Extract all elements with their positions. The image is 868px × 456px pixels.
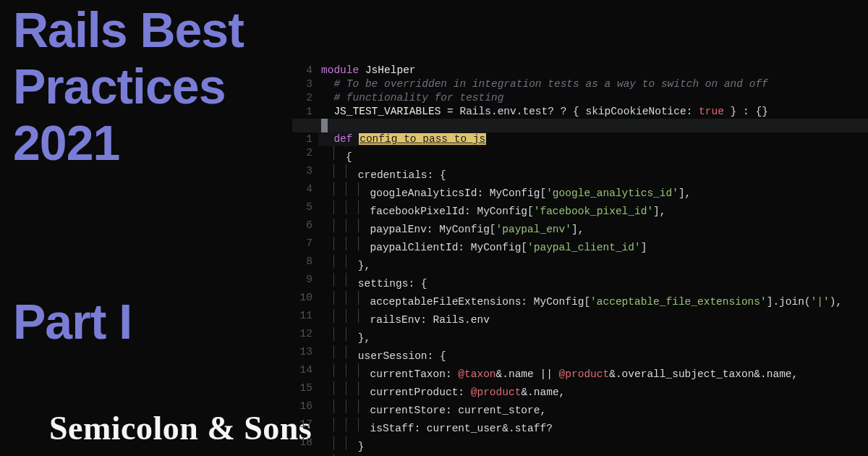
code-line: 1 JS_TEST_VARIABLES = Rails.env.test? ? … — [292, 105, 868, 119]
line-number: 1 — [292, 105, 321, 119]
line-number: 18 — [292, 436, 321, 454]
brand-name: Semicolon & Sons — [49, 409, 312, 447]
line-number: 17 — [292, 418, 321, 436]
line-number: 7 — [292, 237, 321, 255]
line-number: 4 — [292, 182, 321, 200]
line-number: 6 — [292, 219, 321, 237]
code-line: 3 # To be overridden in integration test… — [292, 77, 868, 91]
code-line: 7 paypalClientId: MyConfig['paypal_clien… — [292, 237, 868, 255]
code-line: 9 settings: { — [292, 273, 868, 291]
line-number: 13 — [292, 345, 321, 363]
line-number: 2 — [292, 91, 321, 105]
code-line: 12 }, — [292, 327, 868, 345]
code-line: 15 currentProduct: @product&.name, — [292, 381, 868, 400]
code-line: 11 railsEnv: Rails.env — [292, 309, 868, 327]
code-line: 16 currentStore: current_store, — [292, 400, 868, 418]
part-subtitle: Part I — [13, 293, 132, 350]
code-line: 2 # functionality for testing — [292, 91, 868, 105]
line-number: 11 — [292, 309, 321, 327]
line-number: 10 — [292, 291, 321, 309]
code-line: 10 acceptableFileExtensions: MyConfig['a… — [292, 291, 868, 309]
code-line: 1 def config_to_pass_to_js — [292, 132, 868, 146]
line-number: 3 — [292, 164, 321, 182]
code-line: 18 } — [292, 436, 868, 454]
code-line: 13 userSession: { — [292, 345, 868, 363]
code-line: 3 credentials: { — [292, 164, 868, 182]
line-number: 5 — [292, 200, 321, 219]
method-name-highlight: config_to_pass_to_js — [359, 133, 486, 145]
line-number — [292, 119, 321, 132]
title-line-3: 2021 — [13, 114, 244, 171]
code-line: 8 }, — [292, 255, 868, 273]
line-number: 12 — [292, 327, 321, 345]
line-number: 1 — [292, 132, 321, 146]
code-line: 2 { — [292, 146, 868, 164]
main-title: Rails Best Practices 2021 — [13, 1, 244, 172]
line-number: 2 — [292, 146, 321, 164]
code-line: 17 isStaff: current_user&.staff? — [292, 418, 868, 436]
code-line: 4 module JsHelper — [292, 64, 868, 77]
line-number: 3 — [292, 77, 321, 91]
title-line-1: Rails Best — [13, 1, 244, 58]
title-line-2: Practices — [13, 58, 244, 114]
line-number: 15 — [292, 381, 321, 400]
code-line-blank — [292, 119, 868, 132]
line-number: 16 — [292, 400, 321, 418]
line-number: 8 — [292, 255, 321, 273]
line-number: 9 — [292, 273, 321, 291]
line-number: 4 — [292, 64, 321, 77]
code-line: 4 googleAnalyticsId: MyConfig['google_an… — [292, 182, 868, 200]
code-editor: 4 module JsHelper 3 # To be overridden i… — [292, 64, 868, 456]
line-number: 14 — [292, 363, 321, 381]
code-line: 6 paypalEnv: MyConfig['paypal_env'], — [292, 219, 868, 237]
code-line: 5 facebookPixelId: MyConfig['facebook_pi… — [292, 200, 868, 219]
code-line: 14 currentTaxon: @taxon&.name || @produc… — [292, 363, 868, 381]
